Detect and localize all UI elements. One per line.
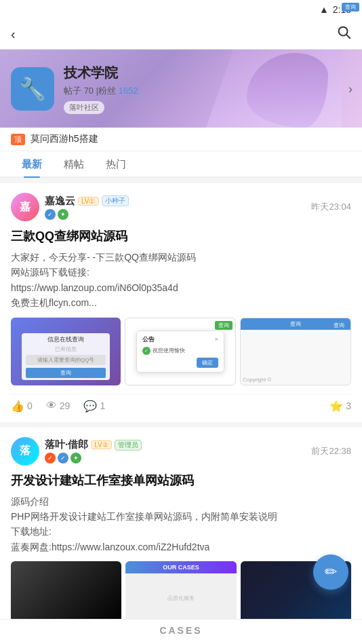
status-bar: ▲ 2:13 (0, 0, 362, 19)
dialog-box: 公告 × ✓ 祝您使用愉快 确定 (136, 330, 224, 373)
back-button[interactable]: ‹ (11, 26, 16, 42)
author-type-badge-1: 小种子 (102, 195, 129, 206)
post-author-1: 嘉 嘉逸云 LV① 小种子 ✓ ✦ (11, 193, 129, 221)
pinned-text: 莫问西游h5搭建 (31, 133, 98, 145)
bottom-nav: CASES (0, 619, 362, 644)
post-content-line-2: 网站源码下载链接: (11, 265, 351, 280)
community-banner: 🔧 技术学院 帖子 70 |粉丝 1652 落叶社区 › (0, 50, 362, 128)
fab-button[interactable]: ✏ (313, 554, 348, 590)
img1-content: 信息在线查询 已有信息 请输入需要查询的QQ号 查询 (22, 333, 110, 380)
thumb2-body: 品质化服务 (167, 573, 195, 622)
img3-tag: 查询 (330, 321, 348, 330)
active-icon-2: ✦ (71, 453, 81, 463)
author-name-row-1: 嘉逸云 LV① 小种子 (45, 195, 129, 208)
avatar-image-2: 落 (11, 437, 39, 466)
tabs: 最新 精帖 热门 (0, 151, 362, 178)
post-image-3: 查询 查询 Copyright © (240, 318, 351, 385)
thumb-1 (11, 561, 121, 622)
author-type-badge-2: 管理员 (115, 440, 142, 451)
img2-tag: 查询 (215, 321, 233, 330)
post2-line-2: PHP网络开发设计建站工作室接单网站源码，内附简单安装说明 (11, 509, 351, 524)
post2-line-4: 蓝奏网盘:https://www.lanzoux.com/iZ2Hufd2tva (11, 539, 351, 554)
view-action: 👁 29 (46, 400, 71, 412)
dialog-close: × (215, 336, 218, 343)
wifi-icon: ▲ (319, 4, 329, 15)
verified-icon-1: ✓ (45, 209, 56, 220)
author-badges-2: ✓ ✓ ✦ (45, 453, 142, 463)
like-count: 0 (27, 400, 33, 411)
pinned-post[interactable]: 顶 莫问西游h5搭建 (0, 128, 362, 151)
tab-hot[interactable]: 热门 (95, 151, 137, 176)
post-content-line-3: https://wwp.lanzoup.com/iN6Ol0p35a4d (11, 280, 351, 295)
post-content-line-4: 免费主机flcyn.com... (11, 295, 351, 310)
active-icon-1: ✦ (58, 209, 68, 220)
top-nav: ‹ (0, 19, 362, 50)
star-count: 3 (346, 400, 351, 411)
community-tag: 落叶社区 (64, 101, 104, 114)
post-title-2: 开发设计建站工作室接单网站源码 (11, 472, 351, 489)
svg-line-1 (346, 35, 350, 38)
comment-count: 1 (100, 400, 105, 411)
post-image-1: 查询 信息在线查询 已有信息 请输入需要查询的QQ号 查询 (11, 318, 121, 385)
post-content-line-1: 大家好，今天分享- -下三款QQ查绑网站源码 (11, 250, 351, 265)
post-header-2: 落 落叶·借郎 LV② 管理员 ✓ ✓ ✦ 前天22:38 (11, 437, 351, 466)
img3-copyright: Copyright © (241, 375, 350, 385)
view-icon: 👁 (46, 400, 57, 412)
post-footer-1: 👍 0 👁 29 💬 1 ⭐ 3 (11, 394, 351, 413)
comment-icon: 💬 (83, 400, 97, 413)
dialog-check: ✓ 祝您使用愉快 (142, 347, 218, 355)
post2-line-1: 源码介绍 (11, 494, 351, 509)
view-count: 29 (60, 400, 71, 411)
dialog-confirm-btn[interactable]: 确定 (197, 358, 218, 368)
author-avatar-1: 嘉 (11, 193, 39, 221)
search-button[interactable] (336, 24, 351, 43)
post-header-1: 嘉 嘉逸云 LV① 小种子 ✓ ✦ 昨天23:04 (11, 193, 351, 221)
dialog-title: 公告 (142, 335, 155, 344)
verified-icon-2b: ✓ (58, 453, 68, 463)
author-level-badge-2: LV② (91, 440, 112, 449)
fab-icon: ✏ (325, 563, 337, 581)
post-content-2: 源码介绍 PHP网络开发设计建站工作室接单网站源码，内附简单安装说明 下载地址:… (11, 494, 351, 555)
post-content-1: 大家好，今天分享- -下三款QQ查绑网站源码 网站源码下载链接: https:/… (11, 250, 351, 311)
bottom-nav-label: CASES (159, 625, 202, 636)
community-stats: 帖子 70 |粉丝 1652 (64, 85, 138, 97)
tab-featured[interactable]: 精帖 (53, 151, 95, 176)
community-info: 技术学院 帖子 70 |粉丝 1652 落叶社区 (64, 64, 138, 114)
verified-icon-2: ✓ (45, 453, 56, 463)
author-name-1: 嘉逸云 (45, 195, 75, 208)
thumb-2: OUR CASES 品质化服务 (125, 561, 236, 622)
post-images-1: 查询 信息在线查询 已有信息 请输入需要查询的QQ号 查询 查询 公告 × ✓ … (11, 318, 351, 385)
author-name-row-2: 落叶·借郎 LV② 管理员 (45, 438, 142, 451)
author-name-2: 落叶·借郎 (45, 438, 88, 451)
like-icon: 👍 (11, 400, 24, 413)
banner-arrow[interactable]: › (348, 81, 353, 96)
post-card-1: 嘉 嘉逸云 LV① 小种子 ✓ ✦ 昨天23:04 三款QQ查绑网站源码 大家好… (0, 183, 362, 422)
author-level-badge-1: LV① (78, 197, 99, 206)
post-author-2: 落 落叶·借郎 LV② 管理员 ✓ ✓ ✦ (11, 437, 142, 466)
post-image-2: 查询 公告 × ✓ 祝您使用愉快 确定 (125, 318, 236, 385)
avatar-image-1: 嘉 (11, 193, 39, 221)
author-avatar-2: 落 (11, 437, 39, 466)
community-name: 技术学院 (64, 64, 138, 82)
tab-latest[interactable]: 最新 (11, 151, 53, 176)
post2-line-3: 下载地址: (11, 524, 351, 539)
community-avatar: 🔧 (11, 67, 54, 111)
star-icon: ⭐ (329, 400, 343, 413)
post-title-1: 三款QQ查绑网站源码 (11, 228, 351, 244)
post-time-1: 昨天23:04 (311, 201, 351, 213)
post-thumbs-2: OUR CASES 品质化服务 (11, 561, 351, 622)
img3-body (241, 331, 350, 373)
post-time-2: 前天22:38 (311, 445, 351, 457)
comment-action[interactable]: 💬 1 (83, 400, 105, 413)
pin-badge: 顶 (11, 134, 25, 145)
like-action[interactable]: 👍 0 (11, 400, 33, 413)
check-icon: ✓ (142, 347, 150, 355)
thumb2-header: OUR CASES (125, 561, 236, 573)
author-badges-1: ✓ ✦ (45, 209, 129, 220)
star-action[interactable]: ⭐ 3 (329, 400, 351, 413)
post-card-2: 落 落叶·借郎 LV② 管理员 ✓ ✓ ✦ 前天22:38 开发设计建站工作室接… (0, 428, 362, 632)
wrench-icon: 🔧 (19, 76, 46, 102)
thumb2-sub: 品质化服务 (167, 594, 195, 602)
